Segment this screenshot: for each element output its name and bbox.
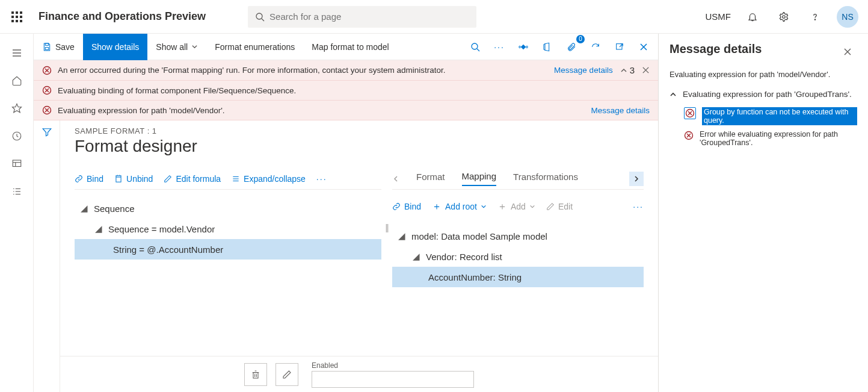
- attachments-button[interactable]: 0: [562, 37, 581, 57]
- more-icon[interactable]: ···: [490, 37, 509, 57]
- error-icon: [684, 131, 694, 140]
- main-column: Save Show details Show all Format enumer…: [34, 34, 659, 392]
- message-item[interactable]: Error while evaluating expression for pa…: [669, 128, 857, 149]
- refresh-icon[interactable]: [586, 37, 605, 57]
- svg-rect-27: [45, 43, 48, 45]
- search-box[interactable]: [248, 6, 476, 28]
- message-collapse-toggle[interactable]: 3: [620, 65, 635, 75]
- home-icon[interactable]: [5, 69, 29, 93]
- tree-item[interactable]: AccountNumber: String: [392, 267, 644, 287]
- edit-formula-button[interactable]: Edit formula: [164, 174, 221, 184]
- delete-button[interactable]: [244, 363, 267, 386]
- tab-format[interactable]: Format: [416, 172, 445, 185]
- show-details-button[interactable]: Show details: [83, 34, 147, 60]
- message-item[interactable]: Group by function can not be executed wi…: [669, 105, 857, 128]
- company-label[interactable]: USMF: [706, 11, 731, 22]
- format-tree-pane: Bind Unbind Edit formula Expand/collapse…: [75, 168, 381, 287]
- star-icon[interactable]: [5, 96, 29, 120]
- hamburger-icon[interactable]: [5, 41, 29, 65]
- tab-transformations[interactable]: Transformations: [513, 172, 578, 185]
- add-root-button[interactable]: ＋Add root: [432, 201, 487, 213]
- svg-point-11: [783, 15, 786, 18]
- caret-down-icon[interactable]: ◢: [398, 231, 407, 241]
- unbind-button[interactable]: Unbind: [114, 174, 153, 184]
- mapping-tabs: Format Mapping Transformations: [392, 168, 644, 190]
- find-icon[interactable]: [466, 37, 485, 57]
- message-details-link[interactable]: Message details: [554, 66, 613, 75]
- show-all-button[interactable]: Show all: [147, 34, 206, 60]
- more-icon[interactable]: ···: [316, 174, 327, 184]
- error-icon: [685, 108, 695, 118]
- caret-down-icon[interactable]: ◢: [413, 251, 421, 262]
- mapping-toolbar: Bind ＋Add root ＋Add Edit ···: [392, 196, 644, 217]
- splitter-handle[interactable]: ‖: [384, 168, 390, 287]
- chevron-up-icon[interactable]: [669, 91, 677, 98]
- svg-rect-28: [45, 47, 48, 49]
- svg-marker-16: [12, 104, 21, 113]
- expand-collapse-label: Expand/collapse: [244, 174, 306, 184]
- tree-item[interactable]: String = @.AccountNumber: [75, 239, 381, 260]
- tree-item-label: Sequence: [94, 204, 135, 214]
- chevron-left-icon[interactable]: [392, 175, 399, 182]
- office-icon[interactable]: [538, 37, 557, 57]
- left-rail: [0, 34, 34, 392]
- edit-button[interactable]: [275, 363, 298, 386]
- panel-title: Message details: [669, 42, 838, 56]
- chevron-right-icon[interactable]: [629, 172, 644, 186]
- tree-item[interactable]: ◢ Sequence: [75, 198, 381, 219]
- tree-item[interactable]: ◢ Sequence = model.Vendor: [75, 219, 381, 239]
- diamond-icon[interactable]: [514, 37, 533, 57]
- workspace-icon[interactable]: [5, 152, 29, 176]
- format-toolbar: Bind Unbind Edit formula Expand/collapse…: [75, 168, 381, 190]
- gear-icon[interactable]: [774, 7, 793, 26]
- filter-icon[interactable]: [42, 126, 52, 392]
- svg-point-29: [472, 43, 478, 49]
- top-bar: Finance and Operations Preview USMF NS: [0, 0, 868, 34]
- svg-rect-1: [16, 11, 18, 14]
- svg-rect-2: [20, 11, 22, 14]
- enabled-dropdown[interactable]: [312, 371, 474, 388]
- help-icon[interactable]: [805, 7, 825, 26]
- show-details-label: Show details: [91, 42, 139, 52]
- expand-collapse-button[interactable]: Expand/collapse: [232, 174, 306, 184]
- enabled-field: Enabled: [312, 361, 474, 388]
- svg-rect-0: [11, 11, 14, 14]
- close-icon[interactable]: [838, 42, 857, 61]
- message-text: An error occurred during the 'Format map…: [58, 66, 445, 75]
- popout-icon[interactable]: [610, 37, 629, 57]
- bind-label: Bind: [404, 202, 421, 211]
- svg-rect-3: [11, 16, 14, 18]
- avatar-initials: NS: [842, 12, 853, 22]
- message-collapse-count: 3: [630, 65, 635, 75]
- svg-rect-32: [519, 45, 522, 49]
- format-enumerations-button[interactable]: Format enumerations: [206, 34, 303, 60]
- tab-mapping[interactable]: Mapping: [462, 171, 497, 186]
- tree-item[interactable]: ◢ Vendor: Record list: [392, 246, 644, 267]
- modules-icon[interactable]: [5, 179, 29, 204]
- bind-button[interactable]: Bind: [75, 174, 103, 184]
- message-details-panel: Message details Evaluating expression fo…: [659, 34, 868, 392]
- waffle-icon[interactable]: [0, 0, 34, 34]
- more-icon[interactable]: ···: [633, 202, 644, 211]
- tree-item[interactable]: ◢ model: Data model Sample model: [392, 226, 644, 246]
- message-close-icon[interactable]: [642, 66, 650, 74]
- error-icon: [42, 105, 52, 115]
- message-group-header[interactable]: Evaluating expression for path 'GroupedT…: [669, 90, 857, 99]
- bind-button[interactable]: Bind: [392, 202, 421, 211]
- message-row: Evaluating expression for path 'model/Ve…: [34, 101, 658, 120]
- recent-icon[interactable]: [5, 124, 29, 148]
- close-icon[interactable]: [634, 37, 653, 57]
- caret-down-icon[interactable]: ◢: [95, 223, 103, 234]
- message-details-link[interactable]: Message details: [591, 106, 650, 115]
- avatar[interactable]: NS: [837, 6, 858, 28]
- error-icon: [42, 66, 52, 75]
- format-tree: ◢ Sequence ◢ Sequence = model.Vendor Str…: [75, 198, 381, 260]
- caret-down-icon[interactable]: ◢: [81, 203, 89, 214]
- search-input[interactable]: [269, 11, 469, 22]
- tree-item-label: String = @.AccountNumber: [113, 244, 223, 255]
- bell-icon[interactable]: [743, 7, 762, 26]
- svg-rect-34: [617, 43, 622, 49]
- filter-column: [34, 120, 60, 392]
- map-format-to-model-button[interactable]: Map format to model: [303, 34, 397, 60]
- save-button[interactable]: Save: [34, 34, 83, 60]
